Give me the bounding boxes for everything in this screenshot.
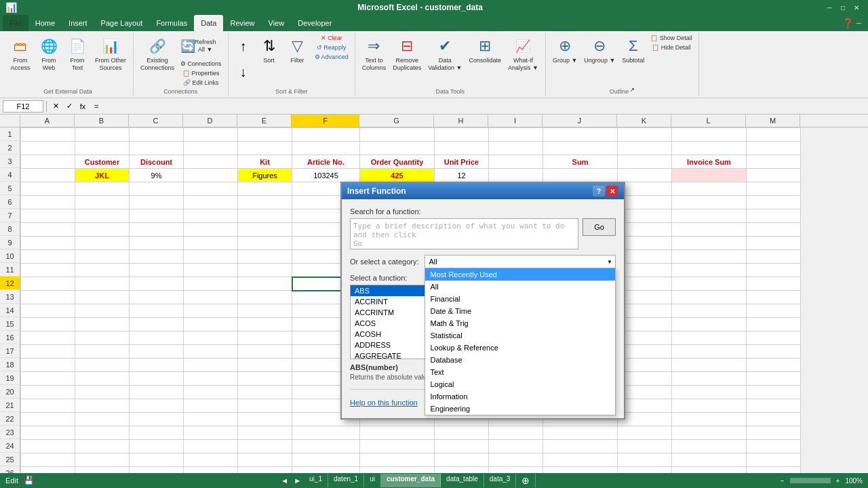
row-num-22[interactable]: 22 bbox=[0, 412, 20, 426]
col-header-H[interactable]: H bbox=[434, 115, 488, 127]
cell-E21[interactable] bbox=[238, 399, 292, 413]
cell-D20[interactable] bbox=[184, 386, 238, 399]
cell-J2[interactable] bbox=[543, 142, 618, 155]
col-header-A[interactable]: A bbox=[20, 115, 75, 127]
cell-B17[interactable] bbox=[75, 345, 130, 359]
cell-D11[interactable] bbox=[184, 264, 238, 277]
category-option-all[interactable]: All bbox=[425, 281, 616, 293]
cell-F3[interactable]: Article No. bbox=[292, 155, 360, 169]
cell-B8[interactable] bbox=[75, 223, 130, 237]
cell-I4[interactable] bbox=[489, 169, 543, 182]
cell-A20[interactable] bbox=[21, 386, 75, 399]
hide-detail-button[interactable]: 📋 Hide Detail bbox=[648, 43, 694, 52]
cell-D4[interactable] bbox=[184, 169, 238, 182]
zoom-slider[interactable] bbox=[790, 478, 831, 483]
cell-L19[interactable] bbox=[672, 372, 747, 386]
col-header-F[interactable]: F bbox=[292, 115, 359, 127]
confirm-formula-button[interactable]: ✓ bbox=[63, 100, 75, 113]
cell-M17[interactable] bbox=[747, 345, 801, 359]
row-num-6[interactable]: 6 bbox=[0, 195, 20, 209]
cell-C14[interactable] bbox=[130, 304, 184, 318]
row-num-20[interactable]: 20 bbox=[0, 385, 20, 399]
cell-E24[interactable] bbox=[238, 440, 292, 453]
cell-L15[interactable] bbox=[672, 318, 747, 331]
row-num-3[interactable]: 3 bbox=[0, 155, 20, 168]
show-detail-button[interactable]: 📋 Show Detail bbox=[648, 34, 694, 42]
cell-K3[interactable] bbox=[618, 155, 672, 169]
cell-E16[interactable] bbox=[238, 331, 292, 345]
row-num-8[interactable]: 8 bbox=[0, 222, 20, 236]
sheet-tab-ui[interactable]: ui bbox=[364, 474, 381, 487]
cell-L22[interactable] bbox=[672, 413, 747, 426]
cell-L18[interactable] bbox=[672, 359, 747, 372]
cell-E17[interactable] bbox=[238, 345, 292, 359]
tab-view[interactable]: View bbox=[262, 15, 292, 31]
row-num-5[interactable]: 5 bbox=[0, 182, 20, 195]
sort-desc-button[interactable]: ↓ bbox=[233, 60, 254, 84]
cell-M9[interactable] bbox=[747, 237, 801, 250]
cell-M2[interactable] bbox=[747, 142, 801, 155]
cell-I23[interactable] bbox=[489, 426, 543, 440]
cell-I1[interactable] bbox=[489, 128, 543, 142]
cell-D15[interactable] bbox=[184, 318, 238, 331]
cell-K11[interactable] bbox=[618, 264, 672, 277]
cell-B12[interactable] bbox=[75, 277, 130, 291]
cell-K19[interactable] bbox=[618, 372, 672, 386]
cell-D17[interactable] bbox=[184, 345, 238, 359]
cell-C19[interactable] bbox=[130, 372, 184, 386]
category-option-date-time[interactable]: Date & Time bbox=[425, 305, 616, 317]
row-num-23[interactable]: 23 bbox=[0, 426, 20, 439]
tab-data[interactable]: Data bbox=[194, 15, 223, 31]
cell-M18[interactable] bbox=[747, 359, 801, 372]
cell-B22[interactable] bbox=[75, 413, 130, 426]
category-option-engineering[interactable]: Engineering bbox=[425, 403, 616, 415]
cell-M3[interactable] bbox=[747, 155, 801, 169]
remove-duplicates-button[interactable]: ⊟ RemoveDuplicates bbox=[390, 34, 424, 73]
existing-connections-button[interactable]: 🔗 ExistingConnections bbox=[138, 34, 177, 73]
row-num-17[interactable]: 17 bbox=[0, 344, 20, 358]
cell-A22[interactable] bbox=[21, 413, 75, 426]
outline-expand-icon[interactable]: ↗ bbox=[630, 87, 635, 93]
cell-E23[interactable] bbox=[238, 426, 292, 440]
row-num-25[interactable]: 25 bbox=[0, 453, 20, 466]
cell-C20[interactable] bbox=[130, 386, 184, 399]
row-num-24[interactable]: 24 bbox=[0, 439, 20, 453]
cell-K17[interactable] bbox=[618, 345, 672, 359]
cell-M4[interactable] bbox=[747, 169, 801, 182]
tab-developer[interactable]: Developer bbox=[291, 15, 338, 31]
cell-M22[interactable] bbox=[747, 413, 801, 426]
cell-E11[interactable] bbox=[238, 264, 292, 277]
cell-E2[interactable] bbox=[238, 142, 292, 155]
cell-L23[interactable] bbox=[672, 426, 747, 440]
cell-G1[interactable] bbox=[360, 128, 435, 142]
cell-C13[interactable] bbox=[130, 291, 184, 304]
cell-M8[interactable] bbox=[747, 223, 801, 237]
cell-F25[interactable] bbox=[292, 453, 360, 467]
cell-A6[interactable] bbox=[21, 196, 75, 209]
cell-D22[interactable] bbox=[184, 413, 238, 426]
cell-A18[interactable] bbox=[21, 359, 75, 372]
cell-D3[interactable] bbox=[184, 155, 238, 169]
cell-L5[interactable] bbox=[672, 182, 747, 196]
cell-L11[interactable] bbox=[672, 264, 747, 277]
cell-B18[interactable] bbox=[75, 359, 130, 372]
row-num-13[interactable]: 13 bbox=[0, 290, 20, 304]
sort-button[interactable]: ⇅ Sort bbox=[256, 34, 283, 66]
cell-E12[interactable] bbox=[238, 277, 292, 291]
cell-C24[interactable] bbox=[130, 440, 184, 453]
cell-K12[interactable] bbox=[618, 277, 672, 291]
cell-K15[interactable] bbox=[618, 318, 672, 331]
cell-I24[interactable] bbox=[489, 440, 543, 453]
cell-D6[interactable] bbox=[184, 196, 238, 209]
row-num-12[interactable]: 12 bbox=[0, 277, 20, 290]
sort-asc-button[interactable]: ↑ bbox=[233, 34, 254, 58]
cell-G23[interactable] bbox=[360, 426, 435, 440]
cell-H23[interactable] bbox=[435, 426, 489, 440]
cell-B25[interactable] bbox=[75, 453, 130, 467]
what-if-button[interactable]: 📈 What-IfAnalysis ▼ bbox=[505, 34, 541, 73]
cell-H24[interactable] bbox=[435, 440, 489, 453]
tab-home[interactable]: Home bbox=[28, 15, 62, 31]
cell-D10[interactable] bbox=[184, 250, 238, 264]
cell-J23[interactable] bbox=[543, 426, 618, 440]
cell-L20[interactable] bbox=[672, 386, 747, 399]
